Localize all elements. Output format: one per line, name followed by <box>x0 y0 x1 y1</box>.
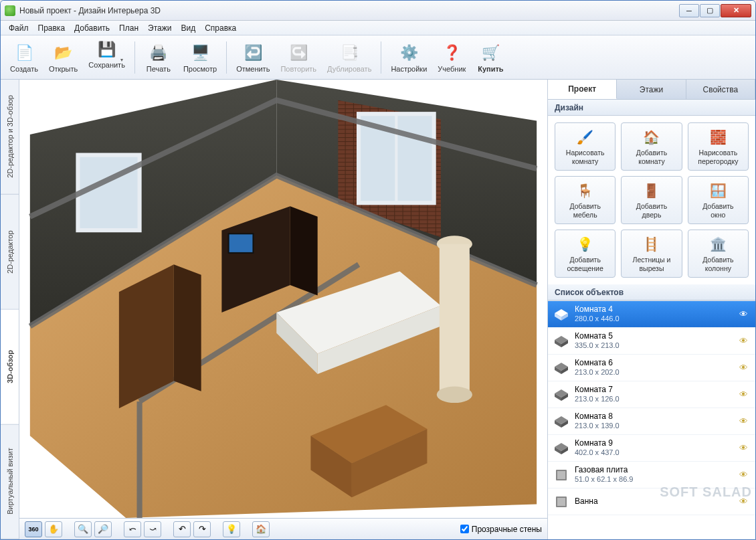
design-add-door-button[interactable]: 🚪Добавитьдверь <box>621 176 682 224</box>
print-button[interactable]: 🖨️Печать <box>140 39 177 76</box>
visibility-toggle-icon[interactable]: 👁 <box>739 336 751 346</box>
menu-добавить[interactable]: Добавить <box>70 22 114 34</box>
dup-label: Дублировать <box>327 65 371 73</box>
design-draw-wall-button[interactable]: 🧱Нарисоватьперегородку <box>688 122 749 171</box>
undo-button[interactable]: ↩️Отменить <box>232 39 274 76</box>
menu-вид[interactable]: Вид <box>177 22 199 34</box>
pan-button[interactable]: ✋ <box>45 521 62 537</box>
object-row[interactable]: Комната 9402.0 x 437.0👁 <box>548 435 755 462</box>
object-row[interactable]: Комната 7213.0 x 126.0👁 <box>548 381 755 408</box>
visibility-toggle-icon[interactable]: 👁 <box>739 416 751 426</box>
undo-icon: ↩️ <box>242 42 264 64</box>
buy-label: Купить <box>478 65 503 73</box>
design-add-light-button[interactable]: 💡Добавитьосвещение <box>555 230 616 278</box>
view-toolbar: 360 ✋ 🔍 🔎 ⤺ ⤻ ↶ ↷ 💡 🏠 Прозрачные стены <box>19 518 547 539</box>
menu-файл[interactable]: Файл <box>5 22 33 34</box>
design-add-column-button[interactable]: 🏛️Добавитьколонну <box>688 230 749 278</box>
draw-room-icon: 🖌️ <box>576 128 595 147</box>
panel-tab-props[interactable]: Свойства <box>686 80 755 99</box>
redo-label: Повторить <box>280 65 316 73</box>
object-row[interactable]: Комната 5335.0 x 213.0👁 <box>548 328 755 355</box>
panel-tab-floors[interactable]: Этажи <box>617 80 686 99</box>
room-icon <box>552 359 571 377</box>
object-dimensions: 213.0 x 126.0 <box>575 395 739 403</box>
open-icon: 📂 <box>53 42 74 64</box>
close-button[interactable]: ✕ <box>721 4 751 17</box>
print-label: Печать <box>147 65 171 73</box>
design-draw-room-button[interactable]: 🖌️Нарисоватькомнату <box>555 122 616 171</box>
appliance-icon <box>552 492 571 511</box>
zoom-out-button[interactable]: 🔍 <box>74 521 92 537</box>
add-window-icon: 🪟 <box>708 181 727 200</box>
3d-viewport[interactable] <box>19 80 547 518</box>
orbit-360-button[interactable]: 360 <box>25 521 42 537</box>
menu-план[interactable]: План <box>115 22 143 34</box>
window-title: Новый проект - Дизайн Интерьера 3D <box>19 6 679 15</box>
menu-этажи[interactable]: Этажи <box>144 22 175 34</box>
rotate-cw-button[interactable]: ⤻ <box>144 521 161 537</box>
transparent-walls-checkbox[interactable]: Прозрачные стены <box>460 525 542 534</box>
visibility-toggle-icon[interactable]: 👁 <box>739 363 751 373</box>
object-row[interactable]: Газовая плита51.0 x 62.1 x 86.9👁 <box>548 462 755 488</box>
sidetab-virtual[interactable]: Виртуальный визит <box>1 424 19 539</box>
maximize-button[interactable]: ▢ <box>700 4 720 17</box>
stairs-icon: 🪜 <box>642 235 661 254</box>
orbit-left-button[interactable]: ↶ <box>173 521 191 537</box>
menu-правка[interactable]: Правка <box>34 22 70 34</box>
lighting-button[interactable]: 💡 <box>223 521 240 537</box>
svg-marker-17 <box>174 264 201 391</box>
help-button[interactable]: ❓Учебник <box>434 39 470 76</box>
visibility-toggle-icon[interactable]: 👁 <box>739 309 751 319</box>
zoom-in-button[interactable]: 🔎 <box>94 521 112 537</box>
open-label: Открыть <box>49 65 78 73</box>
menu-справка[interactable]: Справка <box>201 22 240 34</box>
room-icon <box>552 305 571 324</box>
design-add-room-button[interactable]: 🏠Добавитькомнату <box>621 122 682 171</box>
objects-section-header: Список объектов <box>548 284 755 300</box>
save-button[interactable]: 💾Сохранить <box>84 39 129 76</box>
orbit-right-button[interactable]: ↷ <box>193 521 211 537</box>
create-button[interactable]: 📄Создать <box>6 39 42 76</box>
settings-button[interactable]: ⚙️Настройки <box>387 39 431 76</box>
room-icon <box>552 439 571 458</box>
object-name: Комната 6 <box>575 359 739 368</box>
object-dimensions: 51.0 x 62.1 x 86.9 <box>575 475 739 484</box>
design-section-header: Дизайн <box>548 100 755 116</box>
object-dimensions: 213.0 x 139.0 <box>575 422 739 430</box>
panel-tab-project[interactable]: Проект <box>548 80 617 99</box>
save-label: Сохранить <box>88 61 125 69</box>
design-add-furniture-button[interactable]: 🪑Добавитьмебель <box>555 176 616 224</box>
save-icon: 💾 <box>96 40 118 60</box>
sidetab-2d3d[interactable]: 2D-редактор и 3D-обзор <box>1 80 19 195</box>
design-add-window-button[interactable]: 🪟Добавитьокно <box>688 176 749 224</box>
minimize-button[interactable]: ─ <box>679 4 699 17</box>
visibility-toggle-icon[interactable]: 👁 <box>739 443 751 453</box>
visibility-toggle-icon[interactable]: 👁 <box>739 389 751 399</box>
undo-label: Отменить <box>236 65 270 73</box>
preview-button[interactable]: 🖥️Просмотр <box>179 39 221 76</box>
object-row[interactable]: Комната 4280.0 x 446.0👁 <box>548 301 755 328</box>
svg-point-23 <box>437 387 472 403</box>
buy-button[interactable]: 🛒Купить <box>472 39 508 76</box>
object-name: Газовая плита <box>575 466 739 475</box>
home-view-button[interactable]: 🏠 <box>252 521 270 537</box>
object-name: Комната 5 <box>575 332 739 341</box>
svg-rect-24 <box>229 234 254 253</box>
svg-rect-46 <box>557 498 565 506</box>
draw-wall-icon: 🧱 <box>708 128 727 147</box>
open-button[interactable]: 📂Открыть <box>45 39 82 76</box>
design-stairs-button[interactable]: 🪜Лестницы ивырезы <box>621 230 682 278</box>
object-row[interactable]: Комната 6213.0 x 202.0👁 <box>548 355 755 381</box>
svg-marker-15 <box>290 206 318 295</box>
visibility-toggle-icon[interactable]: 👁 <box>739 470 751 480</box>
svg-rect-22 <box>440 244 470 395</box>
object-name: Комната 9 <box>575 439 739 448</box>
rotate-ccw-button[interactable]: ⤺ <box>124 521 141 537</box>
add-light-icon: 💡 <box>576 235 595 254</box>
object-row[interactable]: Комната 8213.0 x 139.0👁 <box>548 408 755 435</box>
sidetab-2d[interactable]: 2D-редактор <box>1 195 19 310</box>
sidetab-3d[interactable]: 3D-обзор <box>1 310 19 425</box>
buy-icon: 🛒 <box>480 42 501 64</box>
object-row[interactable]: Ванна👁 <box>548 488 755 515</box>
visibility-toggle-icon[interactable]: 👁 <box>739 497 751 507</box>
